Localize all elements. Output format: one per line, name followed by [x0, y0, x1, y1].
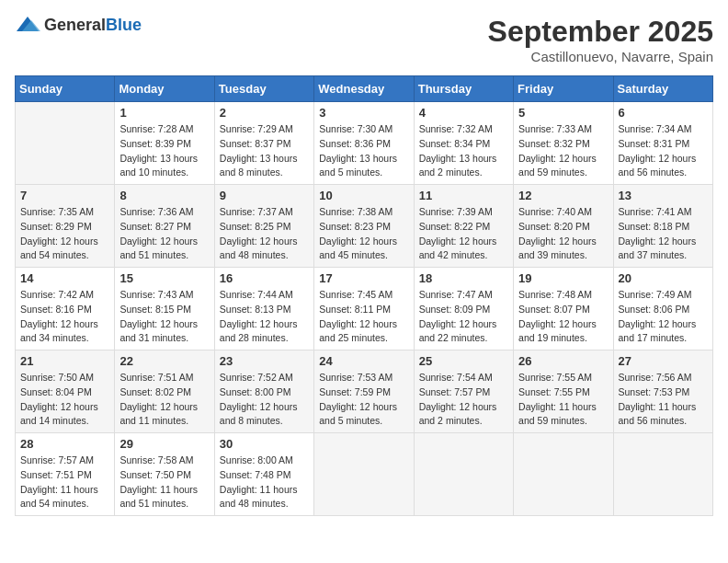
month-title: September 2025 — [488, 15, 713, 49]
day-info: Sunrise: 7:42 AMSunset: 8:16 PMDaylight:… — [20, 288, 109, 346]
calendar-cell: 29Sunrise: 7:58 AMSunset: 7:50 PMDayligh… — [115, 433, 214, 516]
calendar-cell: 2Sunrise: 7:29 AMSunset: 8:37 PMDaylight… — [214, 102, 313, 185]
day-number: 26 — [518, 354, 608, 368]
day-number: 25 — [419, 354, 508, 368]
day-number: 30 — [220, 437, 309, 451]
day-number: 29 — [119, 437, 209, 451]
calendar-cell: 11Sunrise: 7:39 AMSunset: 8:22 PMDayligh… — [414, 185, 513, 268]
calendar-cell — [314, 433, 414, 516]
logo-general: General — [44, 16, 106, 34]
day-number: 2 — [220, 106, 309, 120]
calendar-cell: 21Sunrise: 7:50 AMSunset: 8:04 PMDayligh… — [16, 350, 115, 433]
day-info: Sunrise: 7:57 AMSunset: 7:51 PMDaylight:… — [20, 454, 109, 511]
day-number: 27 — [619, 354, 708, 368]
day-number: 21 — [20, 354, 109, 368]
calendar-cell: 14Sunrise: 7:42 AMSunset: 8:16 PMDayligh… — [16, 268, 115, 350]
day-info: Sunrise: 7:32 AMSunset: 8:34 PMDaylight:… — [419, 122, 508, 180]
day-number: 16 — [220, 271, 309, 285]
day-number: 12 — [518, 189, 608, 202]
calendar-cell: 7Sunrise: 7:35 AMSunset: 8:29 PMDaylight… — [16, 185, 115, 268]
header: GeneralBlue September 2025 Castillonuevo… — [15, 15, 713, 64]
day-number: 17 — [319, 271, 408, 285]
day-info: Sunrise: 7:39 AMSunset: 8:22 PMDaylight:… — [419, 205, 508, 263]
day-number: 5 — [518, 106, 608, 120]
day-info: Sunrise: 7:54 AMSunset: 7:57 PMDaylight:… — [419, 371, 508, 429]
logo-blue: Blue — [106, 16, 142, 34]
calendar-cell: 1Sunrise: 7:28 AMSunset: 8:39 PMDaylight… — [115, 102, 214, 185]
day-info: Sunrise: 7:33 AMSunset: 8:32 PMDaylight:… — [518, 122, 608, 180]
day-info: Sunrise: 7:50 AMSunset: 8:04 PMDaylight:… — [20, 371, 109, 429]
calendar-cell — [514, 433, 613, 516]
day-info: Sunrise: 7:37 AMSunset: 8:25 PMDaylight:… — [220, 205, 309, 263]
day-number: 9 — [220, 189, 309, 202]
day-info: Sunrise: 7:38 AMSunset: 8:23 PMDaylight:… — [319, 205, 408, 263]
calendar-week-row: 14Sunrise: 7:42 AMSunset: 8:16 PMDayligh… — [16, 268, 713, 350]
location-title: Castillonuevo, Navarre, Spain — [488, 49, 713, 64]
calendar-cell: 3Sunrise: 7:30 AMSunset: 8:36 PMDaylight… — [314, 102, 414, 185]
day-info: Sunrise: 7:35 AMSunset: 8:29 PMDaylight:… — [20, 205, 109, 263]
day-number: 11 — [419, 189, 508, 202]
weekday-header-thursday: Thursday — [414, 76, 513, 102]
calendar-cell: 24Sunrise: 7:53 AMSunset: 7:59 PMDayligh… — [314, 350, 414, 433]
calendar: SundayMondayTuesdayWednesdayThursdayFrid… — [15, 75, 713, 516]
logo: GeneralBlue — [15, 15, 142, 35]
calendar-cell: 18Sunrise: 7:47 AMSunset: 8:09 PMDayligh… — [414, 268, 513, 350]
calendar-week-row: 7Sunrise: 7:35 AMSunset: 8:29 PMDaylight… — [16, 185, 713, 268]
weekday-header-wednesday: Wednesday — [314, 76, 414, 102]
calendar-cell: 23Sunrise: 7:52 AMSunset: 8:00 PMDayligh… — [214, 350, 313, 433]
day-info: Sunrise: 7:58 AMSunset: 7:50 PMDaylight:… — [119, 454, 209, 511]
day-number: 15 — [119, 271, 209, 285]
day-number: 23 — [220, 354, 309, 368]
day-number: 18 — [419, 271, 508, 285]
weekday-header-friday: Friday — [514, 76, 613, 102]
calendar-week-row: 21Sunrise: 7:50 AMSunset: 8:04 PMDayligh… — [16, 350, 713, 433]
day-number: 22 — [119, 354, 209, 368]
calendar-cell: 30Sunrise: 8:00 AMSunset: 7:48 PMDayligh… — [214, 433, 313, 516]
calendar-cell: 20Sunrise: 7:49 AMSunset: 8:06 PMDayligh… — [613, 268, 712, 350]
day-info: Sunrise: 7:51 AMSunset: 8:02 PMDaylight:… — [119, 371, 209, 429]
calendar-cell — [414, 433, 513, 516]
calendar-cell: 4Sunrise: 7:32 AMSunset: 8:34 PMDaylight… — [414, 102, 513, 185]
day-info: Sunrise: 7:49 AMSunset: 8:06 PMDaylight:… — [619, 288, 708, 346]
day-info: Sunrise: 7:41 AMSunset: 8:18 PMDaylight:… — [619, 205, 708, 263]
day-info: Sunrise: 8:00 AMSunset: 7:48 PMDaylight:… — [220, 454, 309, 511]
day-info: Sunrise: 7:40 AMSunset: 8:20 PMDaylight:… — [518, 205, 608, 263]
day-info: Sunrise: 7:45 AMSunset: 8:11 PMDaylight:… — [319, 288, 408, 346]
day-number: 13 — [619, 189, 708, 202]
day-number: 19 — [518, 271, 608, 285]
day-info: Sunrise: 7:36 AMSunset: 8:27 PMDaylight:… — [119, 205, 209, 263]
day-number: 1 — [119, 106, 209, 120]
day-number: 20 — [619, 271, 708, 285]
day-number: 7 — [20, 189, 109, 202]
day-info: Sunrise: 7:44 AMSunset: 8:13 PMDaylight:… — [220, 288, 309, 346]
calendar-cell: 15Sunrise: 7:43 AMSunset: 8:15 PMDayligh… — [115, 268, 214, 350]
day-info: Sunrise: 7:47 AMSunset: 8:09 PMDaylight:… — [419, 288, 508, 346]
calendar-cell: 10Sunrise: 7:38 AMSunset: 8:23 PMDayligh… — [314, 185, 414, 268]
day-number: 3 — [319, 106, 408, 120]
logo-text: GeneralBlue — [44, 16, 142, 35]
weekday-header-tuesday: Tuesday — [214, 76, 313, 102]
day-info: Sunrise: 7:56 AMSunset: 7:53 PMDaylight:… — [619, 371, 708, 429]
day-info: Sunrise: 7:53 AMSunset: 7:59 PMDaylight:… — [319, 371, 408, 429]
weekday-header-sunday: Sunday — [16, 76, 115, 102]
day-number: 4 — [419, 106, 508, 120]
calendar-cell: 16Sunrise: 7:44 AMSunset: 8:13 PMDayligh… — [214, 268, 313, 350]
day-info: Sunrise: 7:28 AMSunset: 8:39 PMDaylight:… — [119, 122, 209, 180]
day-number: 28 — [20, 437, 109, 451]
day-info: Sunrise: 7:34 AMSunset: 8:31 PMDaylight:… — [619, 122, 708, 180]
calendar-cell: 8Sunrise: 7:36 AMSunset: 8:27 PMDaylight… — [115, 185, 214, 268]
calendar-cell: 28Sunrise: 7:57 AMSunset: 7:51 PMDayligh… — [16, 433, 115, 516]
calendar-cell: 26Sunrise: 7:55 AMSunset: 7:55 PMDayligh… — [514, 350, 613, 433]
day-info: Sunrise: 7:55 AMSunset: 7:55 PMDaylight:… — [518, 371, 608, 429]
calendar-cell — [16, 102, 115, 185]
calendar-cell: 5Sunrise: 7:33 AMSunset: 8:32 PMDaylight… — [514, 102, 613, 185]
calendar-cell: 9Sunrise: 7:37 AMSunset: 8:25 PMDaylight… — [214, 185, 313, 268]
day-info: Sunrise: 7:48 AMSunset: 8:07 PMDaylight:… — [518, 288, 608, 346]
calendar-cell: 22Sunrise: 7:51 AMSunset: 8:02 PMDayligh… — [115, 350, 214, 433]
calendar-cell: 13Sunrise: 7:41 AMSunset: 8:18 PMDayligh… — [613, 185, 712, 268]
day-number: 24 — [319, 354, 408, 368]
calendar-cell — [613, 433, 712, 516]
calendar-cell: 27Sunrise: 7:56 AMSunset: 7:53 PMDayligh… — [613, 350, 712, 433]
day-info: Sunrise: 7:52 AMSunset: 8:00 PMDaylight:… — [220, 371, 309, 429]
title-area: September 2025 Castillonuevo, Navarre, S… — [488, 15, 713, 64]
